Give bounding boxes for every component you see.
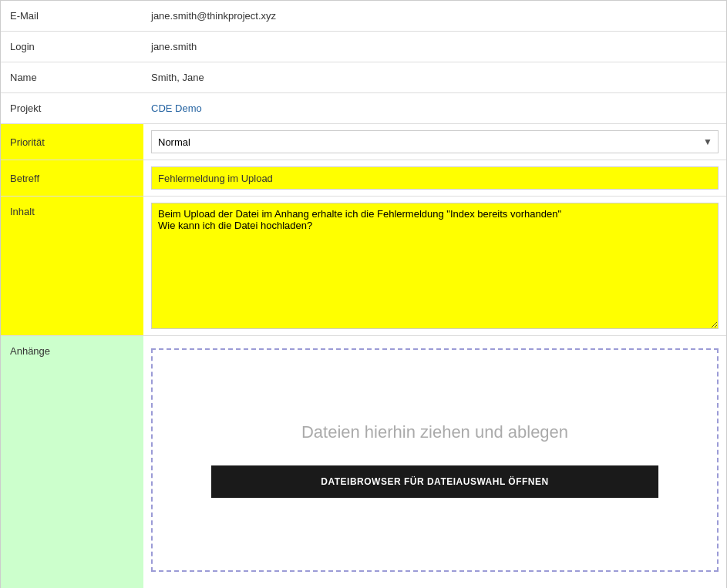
prioritaet-value-cell: Normal Hoch Niedrig ▼ <box>143 124 726 160</box>
betreff-input[interactable] <box>151 166 719 190</box>
betreff-row: Betreff <box>1 160 726 197</box>
anhaenge-value-cell: Dateien hierhin ziehen und ablegen DATEI… <box>143 336 726 588</box>
projekt-link[interactable]: CDE Demo <box>151 102 202 114</box>
email-label: E-Mail <box>1 1 143 31</box>
betreff-value-cell <box>143 160 726 196</box>
projekt-value: CDE Demo <box>143 93 726 123</box>
inhalt-value-cell: Beim Upload der Datei im Anhang erhalte … <box>143 197 726 335</box>
dropzone[interactable]: Dateien hierhin ziehen und ablegen DATEI… <box>151 348 719 572</box>
login-label: Login <box>1 32 143 62</box>
projekt-label: Projekt <box>1 93 143 123</box>
email-value: jane.smith@thinkproject.xyz <box>143 1 726 31</box>
name-value: Smith, Jane <box>143 62 726 92</box>
name-label: Name <box>1 62 143 92</box>
inhalt-label: Inhalt <box>1 197 143 335</box>
login-value: jane.smith <box>143 32 726 62</box>
betreff-label: Betreff <box>1 160 143 196</box>
prioritaet-select[interactable]: Normal Hoch Niedrig <box>151 130 719 153</box>
open-browser-button[interactable]: DATEIBROWSER FÜR DATEIAUSWAHL ÖFFNEN <box>211 465 658 498</box>
prioritaet-label: Priorität <box>1 124 143 160</box>
dropzone-text: Dateien hierhin ziehen und ablegen <box>301 422 568 442</box>
projekt-row: Projekt CDE Demo <box>1 93 726 124</box>
form-container: E-Mail jane.smith@thinkproject.xyz Login… <box>0 0 727 588</box>
anhaenge-label: Anhänge <box>1 336 143 588</box>
inhalt-row: Inhalt Beim Upload der Datei im Anhang e… <box>1 197 726 336</box>
prioritaet-select-wrapper: Normal Hoch Niedrig ▼ <box>151 130 719 153</box>
login-row: Login jane.smith <box>1 32 726 62</box>
email-row: E-Mail jane.smith@thinkproject.xyz <box>1 1 726 32</box>
inhalt-textarea[interactable]: Beim Upload der Datei im Anhang erhalte … <box>151 203 719 329</box>
name-row: Name Smith, Jane <box>1 62 726 93</box>
anhaenge-row: Anhänge Dateien hierhin ziehen und ableg… <box>1 336 726 588</box>
prioritaet-row: Priorität Normal Hoch Niedrig ▼ <box>1 124 726 160</box>
